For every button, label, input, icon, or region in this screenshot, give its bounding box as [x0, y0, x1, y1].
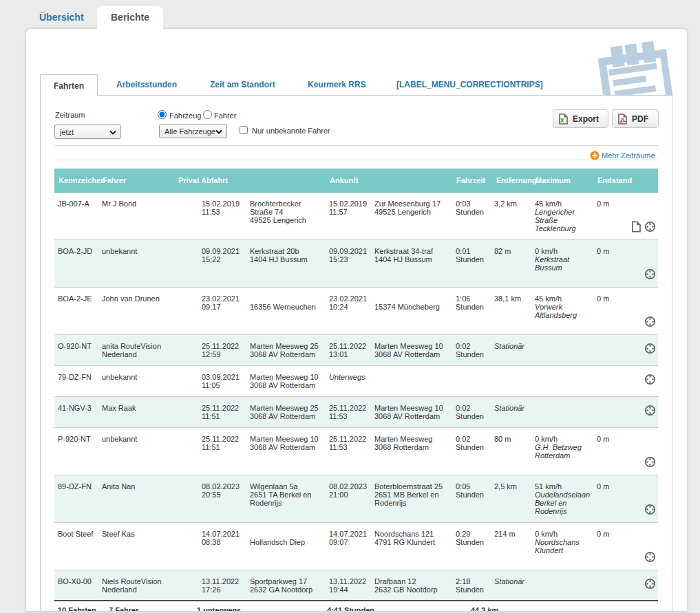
- svg-text:x: x: [560, 116, 564, 124]
